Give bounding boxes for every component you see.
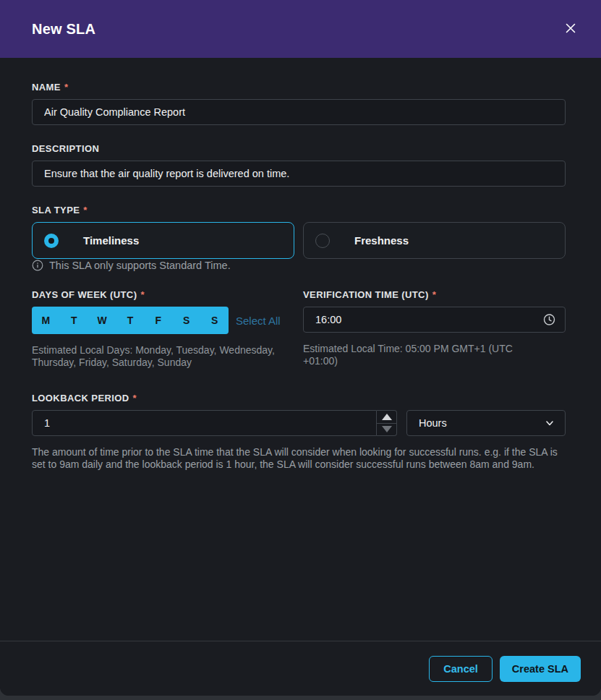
required-asterisk: * bbox=[83, 205, 87, 215]
name-label: NAME * bbox=[32, 82, 566, 93]
required-asterisk: * bbox=[64, 82, 68, 93]
close-button[interactable] bbox=[562, 20, 579, 38]
required-asterisk: * bbox=[140, 289, 144, 300]
name-input[interactable] bbox=[32, 99, 566, 125]
lookback-value-input[interactable] bbox=[32, 410, 377, 436]
days-of-week-group: DAYS OF WEEK (UTC) * M T W T F S S Selec… bbox=[32, 289, 294, 369]
day-toggle-saturday[interactable]: S bbox=[172, 307, 200, 334]
arrow-down-icon bbox=[382, 426, 392, 432]
radio-selected-icon bbox=[44, 234, 59, 248]
lookback-stepper bbox=[377, 410, 397, 436]
sla-type-options: Timeliness Freshness bbox=[32, 222, 566, 259]
chevron-down-icon bbox=[545, 418, 555, 428]
schedule-row: DAYS OF WEEK (UTC) * M T W T F S S Selec… bbox=[32, 289, 566, 369]
sla-type-option-timeliness[interactable]: Timeliness bbox=[32, 222, 294, 259]
day-toggle-bar: M T W T F S S bbox=[32, 307, 229, 334]
sla-type-field-group: SLA TYPE * Timeliness Freshness bbox=[32, 205, 566, 259]
description-field-group: DESCRIPTION bbox=[32, 143, 566, 187]
description-label: DESCRIPTION bbox=[32, 143, 566, 154]
lookback-field-group: LOOKBACK PERIOD * Hours bbox=[32, 393, 566, 471]
required-asterisk: * bbox=[133, 393, 137, 404]
standard-time-note: This SLA only supports Standard Time. bbox=[32, 260, 566, 271]
lookback-row: Hours bbox=[32, 410, 566, 436]
close-icon bbox=[565, 22, 576, 36]
sla-form: NAME * DESCRIPTION SLA TYPE * Timeliness bbox=[0, 58, 601, 471]
modal-footer: Cancel Create SLA bbox=[0, 641, 601, 696]
day-toggle-tuesday[interactable]: T bbox=[60, 307, 88, 334]
required-asterisk: * bbox=[432, 289, 436, 300]
select-all-button[interactable]: Select All bbox=[236, 315, 281, 327]
modal-title: New SLA bbox=[32, 21, 95, 38]
sla-type-option-freshness[interactable]: Freshness bbox=[303, 222, 566, 259]
arrow-up-icon bbox=[382, 414, 392, 420]
new-sla-modal: New SLA NAME * DESCRIPTION SLA TYPE bbox=[0, 0, 601, 696]
lookback-unit-value: Hours bbox=[419, 417, 447, 429]
day-toggle-wednesday[interactable]: W bbox=[88, 307, 116, 334]
radio-unselected-icon bbox=[315, 234, 330, 248]
lookback-label: LOOKBACK PERIOD * bbox=[32, 393, 566, 404]
create-sla-button[interactable]: Create SLA bbox=[500, 656, 581, 682]
cancel-button[interactable]: Cancel bbox=[429, 656, 493, 682]
stepper-up-button[interactable] bbox=[377, 411, 396, 424]
days-of-week-label: DAYS OF WEEK (UTC) * bbox=[32, 289, 294, 300]
description-input[interactable] bbox=[32, 161, 566, 187]
lookback-help-text: The amount of time prior to the SLA time… bbox=[32, 446, 566, 471]
info-icon bbox=[32, 260, 43, 271]
sla-type-label: SLA TYPE * bbox=[32, 205, 566, 215]
clock-icon[interactable] bbox=[543, 314, 555, 326]
verification-time-wrap bbox=[303, 307, 566, 333]
estimated-local-days-text: Estimated Local Days: Monday, Tuesday, W… bbox=[32, 344, 294, 369]
stepper-down-button[interactable] bbox=[377, 424, 396, 436]
verification-time-label: VERIFICATION TIME (UTC) * bbox=[303, 289, 566, 300]
verification-time-group: VERIFICATION TIME (UTC) * Estimated Loca… bbox=[303, 289, 566, 369]
verification-time-input[interactable] bbox=[303, 307, 566, 333]
modal-header: New SLA bbox=[0, 0, 601, 58]
day-toggle-thursday[interactable]: T bbox=[116, 307, 145, 334]
days-row: M T W T F S S Select All bbox=[32, 307, 294, 334]
lookback-unit-select[interactable]: Hours bbox=[406, 410, 566, 436]
day-toggle-friday[interactable]: F bbox=[144, 307, 172, 334]
estimated-local-time-text: Estimated Local Time: 05:00 PM GMT+1 (UT… bbox=[303, 343, 549, 367]
name-field-group: NAME * bbox=[32, 82, 566, 125]
day-toggle-sunday[interactable]: S bbox=[200, 307, 229, 334]
day-toggle-monday[interactable]: M bbox=[32, 307, 60, 334]
